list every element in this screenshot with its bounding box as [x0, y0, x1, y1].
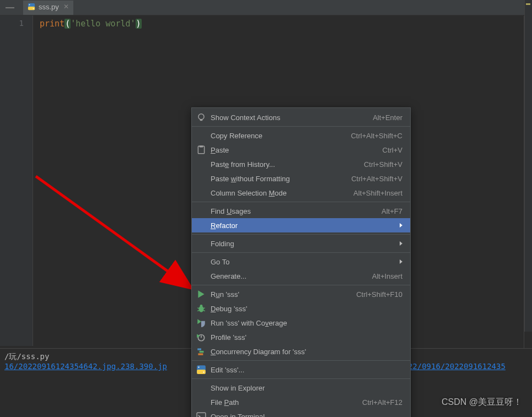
menu-label: Show Context Actions	[211, 113, 366, 122]
svg-rect-23	[198, 353, 203, 355]
lightbulb-icon	[196, 112, 206, 122]
svg-marker-10	[198, 290, 204, 298]
menu-separator	[192, 360, 410, 361]
submenu-arrow-icon	[400, 241, 402, 246]
code-keyword: print	[40, 19, 65, 29]
svg-line-14	[203, 308, 205, 308]
menu-label: Find Usages	[211, 207, 375, 215]
coverage-icon	[196, 318, 206, 328]
svg-point-6	[198, 114, 204, 120]
paren-open: (	[65, 19, 71, 29]
menu-generate[interactable]: Generate... Alt+Insert	[192, 269, 410, 283]
svg-rect-28	[197, 413, 206, 417]
menu-label: Paste without Formatting	[211, 175, 345, 183]
warning-marker[interactable]	[526, 3, 530, 5]
menu-edit-config[interactable]: Edit 'sss'...	[192, 362, 410, 377]
menu-label: Go To	[211, 258, 395, 266]
terminal-icon	[196, 411, 206, 417]
menu-debug[interactable]: Debug 'sss'	[192, 301, 410, 316]
menu-shortcut: Ctrl+Alt+Shift+C	[351, 132, 402, 140]
menu-shortcut: Ctrl+Shift+F10	[356, 290, 402, 299]
svg-point-3	[33, 8, 34, 9]
close-icon[interactable]: ✕	[63, 3, 69, 10]
submenu-arrow-icon	[400, 259, 402, 264]
context-menu: Show Context Actions Alt+Enter Copy Refe…	[191, 107, 411, 417]
svg-rect-7	[200, 119, 203, 121]
menu-separator	[192, 202, 410, 202]
menu-show-context-actions[interactable]: Show Context Actions Alt+Enter	[192, 110, 410, 124]
tab-bar: — sss.py ✕	[0, 0, 532, 15]
menu-label: Column Selection Mode	[211, 189, 347, 197]
code-string: 'hello world'	[71, 19, 135, 29]
menu-copy-reference[interactable]: Copy Reference Ctrl+Alt+Shift+C	[192, 128, 410, 143]
collapse-icon[interactable]: —	[6, 3, 14, 13]
menu-shortcut: Alt+Enter	[373, 113, 402, 122]
submenu-arrow-icon	[400, 223, 402, 228]
menu-paste[interactable]: Paste Ctrl+V	[192, 143, 410, 157]
menu-label: Run 'sss'	[211, 290, 350, 299]
svg-point-26	[198, 366, 199, 367]
svg-rect-9	[200, 145, 203, 147]
svg-point-27	[203, 371, 204, 372]
svg-rect-22	[200, 351, 204, 353]
svg-point-12	[200, 305, 203, 307]
menu-profile[interactable]: Profile 'sss'	[192, 330, 410, 344]
line-number: 1	[0, 19, 24, 28]
menu-run[interactable]: Run 'sss' Ctrl+Shift+F10	[192, 287, 410, 301]
svg-line-16	[203, 310, 205, 311]
menu-paste-history[interactable]: Paste from History... Ctrl+Shift+V	[192, 157, 410, 171]
menu-shortcut: Ctrl+V	[383, 146, 402, 154]
svg-rect-25	[197, 370, 206, 374]
tab-filename: sss.py	[39, 3, 59, 11]
run-path-prefix: /玩/	[4, 352, 22, 361]
menu-shortcut: Alt+Shift+Insert	[353, 189, 402, 197]
menu-go-to[interactable]: Go To	[192, 254, 410, 269]
menu-label: Refactor	[211, 221, 395, 230]
menu-find-usages[interactable]: Find Usages Alt+F7	[192, 204, 410, 218]
svg-rect-21	[197, 348, 201, 350]
menu-label: Run 'sss' with Coverage	[211, 319, 402, 327]
menu-shortcut: Alt+F7	[381, 207, 402, 215]
line-gutter[interactable]: 1	[0, 15, 33, 346]
menu-label: Show in Explorer	[211, 384, 402, 392]
menu-column-selection-mode[interactable]: Column Selection Mode Alt+Shift+Insert	[192, 186, 410, 200]
menu-file-path[interactable]: File Path Ctrl+Alt+F12	[192, 395, 410, 409]
menu-separator	[192, 126, 410, 127]
menu-label: Profile 'sss'	[211, 333, 402, 342]
menu-label: Concurrency Diagram for 'sss'	[211, 348, 402, 356]
paren-close: )	[136, 19, 142, 29]
svg-point-2	[29, 4, 30, 6]
menu-concurrency-diagram[interactable]: Concurrency Diagram for 'sss'	[192, 344, 410, 359]
bug-icon	[196, 304, 206, 313]
menu-label: Edit 'sss'...	[211, 366, 402, 374]
svg-line-15	[197, 310, 199, 311]
error-stripe	[524, 0, 532, 332]
menu-paste-without-formatting[interactable]: Paste without Formatting Ctrl+Alt+Shift+…	[192, 171, 410, 186]
run-icon	[196, 289, 206, 299]
menu-label: Copy Reference	[211, 132, 344, 140]
menu-label: Debug 'sss'	[211, 305, 402, 313]
menu-label: File Path	[211, 398, 356, 407]
menu-folding[interactable]: Folding	[192, 236, 410, 251]
menu-separator	[192, 378, 410, 379]
output-link-left[interactable]: 16/20220916124354642.jpg.238.390.jp	[4, 362, 167, 371]
menu-label: Paste from History...	[211, 160, 357, 169]
menu-label: Paste	[211, 146, 376, 154]
menu-open-terminal[interactable]: Open in Terminal	[192, 409, 410, 417]
editor-tab[interactable]: sss.py ✕	[23, 1, 73, 15]
menu-label: Generate...	[211, 272, 366, 280]
svg-line-13	[197, 308, 199, 308]
run-path-file: sss.py	[22, 352, 50, 361]
menu-run-coverage[interactable]: Run 'sss' with Coverage	[192, 316, 410, 330]
svg-marker-17	[197, 319, 201, 324]
menu-refactor[interactable]: Refactor	[192, 218, 410, 232]
svg-rect-1	[28, 7, 35, 10]
menu-shortcut: Ctrl+Shift+V	[364, 160, 402, 169]
menu-shortcut: Ctrl+Alt+Shift+V	[351, 175, 402, 183]
menu-show-in-explorer[interactable]: Show in Explorer	[192, 381, 410, 395]
python-icon	[196, 365, 206, 375]
menu-label: Open in Terminal	[211, 413, 402, 418]
menu-separator	[192, 252, 410, 253]
profile-icon	[196, 332, 206, 342]
output-link-right[interactable]: 22/0916/2022091612435	[408, 362, 506, 371]
